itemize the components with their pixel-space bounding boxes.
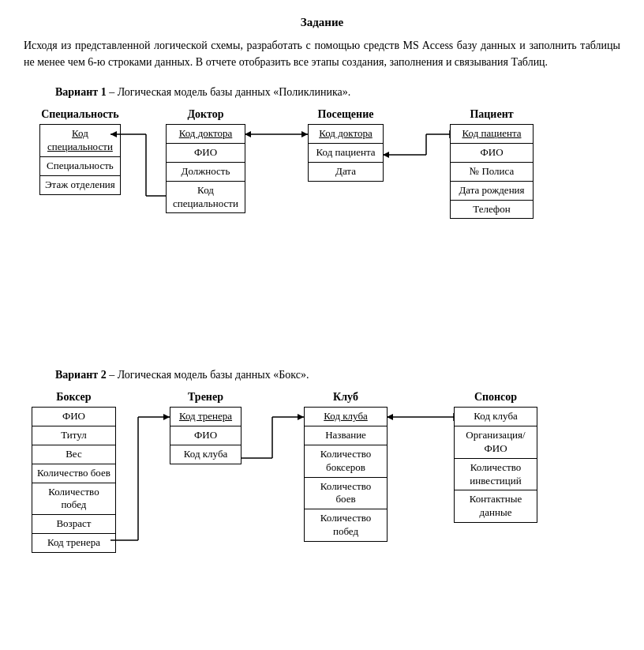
svg-marker-10 — [383, 152, 389, 158]
variant1-section: Вариант 1 – Логическая модель базы данны… — [24, 86, 620, 361]
entity-poseshenie: Посещение Код доктора Код пациента Дата — [308, 108, 384, 182]
entity-boxer: Боксер ФИО Титул Вес Количество боев Кол… — [32, 391, 116, 553]
svg-marker-6 — [245, 131, 251, 137]
page-container: Задание Исходя из представленной логичес… — [24, 16, 620, 650]
entity-club: Клуб Код клуба Название Количество боксе… — [304, 391, 388, 542]
entity-specialnost: Специальность Код специальности Специаль… — [39, 108, 121, 195]
svg-marker-21 — [387, 414, 393, 420]
entity-sponsor: Спонсор Код клуба Организация/ ФИО Колич… — [454, 391, 537, 523]
svg-marker-15 — [163, 414, 170, 420]
svg-marker-19 — [298, 414, 304, 420]
section-title: Задание — [24, 16, 620, 29]
entity-trener: Тренер Код тренера ФИО Код клуба — [170, 391, 242, 464]
intro-text: Исходя из представленной логической схем… — [24, 37, 620, 70]
entity-pacient: Пациент Код пациента ФИО № Полиса Дата р… — [450, 108, 534, 219]
entity-doctor: Доктор Код доктора ФИО Должность Код спе… — [166, 108, 245, 213]
svg-marker-5 — [301, 131, 308, 137]
variant1-label: Вариант 1 – Логическая модель базы данны… — [24, 86, 620, 99]
variant2-section: Вариант 2 – Логическая модель базы данны… — [24, 369, 620, 650]
variant2-label: Вариант 2 – Логическая модель базы данны… — [24, 369, 620, 381]
